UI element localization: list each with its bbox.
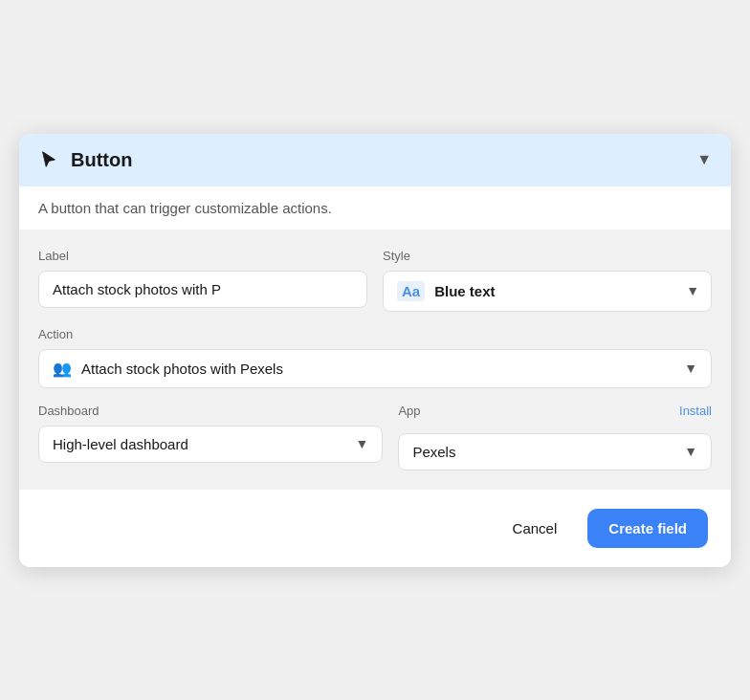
app-select[interactable]: Pexels ▼ xyxy=(398,433,712,470)
app-chevron-icon: ▼ xyxy=(684,444,697,459)
dashboard-value-label: High-level dashboard xyxy=(53,436,348,452)
cancel-button[interactable]: Cancel xyxy=(496,511,575,546)
label-style-row: Label Style Aa Blue text ▼ xyxy=(38,249,712,312)
style-value-label: Blue text xyxy=(434,283,673,299)
cursor-icon xyxy=(38,149,59,170)
style-group: Style Aa Blue text ▼ xyxy=(383,249,712,312)
app-field-label: App xyxy=(398,404,420,418)
action-value-label: Attach stock photos with Pexels xyxy=(81,361,674,377)
dialog-title: Button xyxy=(71,149,132,171)
label-group: Label xyxy=(38,249,367,312)
style-field-label: Style xyxy=(383,249,712,263)
header-chevron-icon[interactable]: ▼ xyxy=(696,151,712,168)
dashboard-field-label: Dashboard xyxy=(38,404,383,418)
label-field-label: Label xyxy=(38,249,367,263)
dashboard-select[interactable]: High-level dashboard ▼ xyxy=(38,426,383,463)
label-input[interactable] xyxy=(38,271,367,308)
install-link[interactable]: Install xyxy=(679,404,712,418)
dashboard-chevron-icon: ▼ xyxy=(356,436,369,451)
header-left: Button xyxy=(38,149,132,171)
dialog-header: Button ▼ xyxy=(19,134,731,186)
style-aa-badge: Aa xyxy=(397,281,425,301)
app-label-row: App Install xyxy=(398,404,712,418)
dialog-subtitle: A button that can trigger customizable a… xyxy=(19,186,731,230)
dashboard-app-row: Dashboard High-level dashboard ▼ App Ins… xyxy=(38,404,712,470)
action-field-label: Action xyxy=(38,327,712,341)
style-chevron-icon: ▼ xyxy=(686,283,711,298)
app-value-label: Pexels xyxy=(412,444,676,460)
dialog-footer: Cancel Create field xyxy=(19,490,731,567)
style-select-inner[interactable]: Aa Blue text xyxy=(384,272,686,311)
action-group: Action 👥 Attach stock photos with Pexels… xyxy=(38,327,712,388)
dialog: Button ▼ A button that can trigger custo… xyxy=(19,134,731,567)
people-icon: 👥 xyxy=(53,360,72,378)
action-select[interactable]: 👥 Attach stock photos with Pexels ▼ xyxy=(38,349,712,388)
style-select[interactable]: Aa Blue text ▼ xyxy=(383,271,712,312)
action-chevron-icon: ▼ xyxy=(684,361,697,376)
create-field-button[interactable]: Create field xyxy=(587,509,708,548)
dashboard-group: Dashboard High-level dashboard ▼ xyxy=(38,404,383,470)
app-group: App Install Pexels ▼ xyxy=(398,404,712,470)
dialog-body: Label Style Aa Blue text ▼ Action xyxy=(19,230,731,490)
